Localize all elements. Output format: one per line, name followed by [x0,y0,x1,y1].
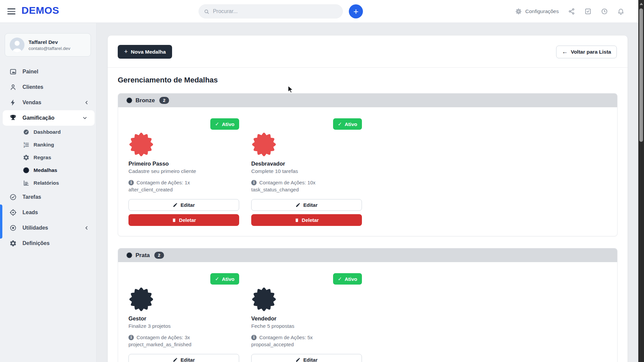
topbar-actions: Configurações [515,0,625,23]
target-icon [9,209,17,216]
sidebar-item-label: Utilidades [22,225,48,231]
svg-text:2: 2 [23,145,25,148]
quick-add-button[interactable]: + [349,4,363,18]
medal-section-title: Bronze [136,97,155,104]
check-circle-icon [9,193,17,201]
sidebar-subitem-relatorios[interactable]: Relatórios [0,177,96,189]
medal-description: Feche 5 propostas [251,323,362,329]
check-icon: ✓ [338,121,342,127]
app-logo[interactable]: DEMOS [21,5,59,16]
status-badge-row: ✓Ativo [251,273,362,285]
main-content: + Nova Medalha ← Voltar para Lista Geren… [97,23,638,362]
search-input[interactable] [213,8,338,14]
lightning-icon [9,99,17,106]
delete-button[interactable]: Deletar [128,214,239,226]
sidebar-item-label: Vendas [22,100,41,106]
edit-label: Editar [303,202,318,208]
sidebar-subitem-ranking[interactable]: 1 2 Ranking [0,138,96,151]
medal-section-count: 2 [154,252,164,259]
action-count-row: iContagem de Ações: 5x [251,335,362,340]
svg-text:1: 1 [23,142,25,145]
new-medal-button[interactable]: + Nova Medalha [118,45,172,59]
sidebar-item-label: Leads [22,209,38,216]
action-slug: task_status_changed [251,187,362,192]
edit-label: Editar [303,357,318,362]
sidebar-item-label: Definições [22,240,50,246]
status-badge: ✓Ativo [333,118,362,130]
edit-button[interactable]: Editar [128,199,239,211]
pencil-icon [173,202,178,207]
sidebar-item-label: Relatórios [34,180,59,186]
clock-icon[interactable] [601,8,608,15]
sidebar-item-label: Clientes [22,84,43,90]
user-profile-card[interactable]: Taffarel Dev contato@taffarel.dev [5,33,91,57]
sidebar-item-definicoes[interactable]: Definições [0,236,96,251]
app-window: DEMOS + Configurações [0,0,644,362]
medal-card: ✓AtivoVendedorFeche 5 propostasiContagem… [251,273,362,362]
medal-section-icon [126,252,132,258]
medal-section-header: Bronze2 [118,94,617,107]
sidebar-item-label: Medalhas [34,167,57,173]
settings-link[interactable]: Configurações [515,8,559,15]
new-medal-label: Nova Medalha [131,49,166,55]
image-icon [9,68,17,75]
medal-badge-icon [251,132,277,157]
sidebar-item-painel[interactable]: Painel [0,64,96,79]
chart-icon [23,180,30,186]
hamburger-menu-icon[interactable] [7,8,15,15]
edit-label: Editar [180,357,195,362]
sidebar-item-gamificacao[interactable]: Gamificação [3,110,95,126]
sidebar-subitem-dashboard[interactable]: Dashboard [0,126,96,138]
page-title: Gerenciamento de Medalhas [118,76,618,84]
medal-section-body: ✓AtivoGestorFinalize 3 projetosiContagem… [118,262,617,362]
medal-section: Bronze2✓AtivoPrimeiro PassoCadastre seu … [118,93,618,236]
medal-card: ✓AtivoDesbravadorComplete 10 tarefasiCon… [251,118,362,226]
sidebar-item-vendas[interactable]: Vendas [0,95,96,110]
search-bar[interactable] [199,4,343,18]
edit-button[interactable]: Editar [251,354,362,362]
sidebar-subitem-regras[interactable]: Regras [0,151,96,164]
delete-button[interactable]: Deletar [251,214,362,226]
status-label: Ativo [222,276,235,282]
share-icon[interactable] [568,8,575,15]
status-label: Ativo [345,276,358,282]
sidebar-item-label: Ranking [34,142,54,148]
edit-button[interactable]: Editar [251,199,362,211]
status-label: Ativo [222,121,235,127]
medal-card: ✓AtivoGestorFinalize 3 projetosiContagem… [128,273,239,362]
back-label: Voltar para Lista [571,49,611,55]
medal-section: Prata2✓AtivoGestorFinalize 3 projetosiCo… [118,248,618,362]
medal-card: ✓AtivoPrimeiro PassoCadastre seu primeir… [128,118,239,226]
medal-section-body: ✓AtivoPrimeiro PassoCadastre seu primeir… [118,107,617,236]
sidebar-subitem-medalhas[interactable]: Medalhas [0,164,96,177]
sidebar-item-clientes[interactable]: Clientes [0,79,96,95]
status-badge: ✓Ativo [210,273,239,285]
bell-icon[interactable] [617,8,625,15]
back-to-list-button[interactable]: ← Voltar para Lista [556,46,617,58]
scrollbar[interactable] [638,0,644,362]
tasks-check-icon[interactable] [584,8,592,15]
sidebar-item-tarefas[interactable]: Tarefas [0,189,96,205]
info-icon: i [251,180,257,185]
sidebar-item-leads[interactable]: Leads [0,205,96,220]
search-icon [204,8,210,15]
medal-section-count: 2 [159,97,169,104]
medal-name: Desbravador [251,161,362,167]
action-slug: project_marked_as_finished [128,342,239,347]
sidebar-item-label: Painel [22,69,38,75]
sidebar-item-utilidades[interactable]: Utilidades [0,220,96,236]
action-slug: proposal_accepted [251,342,362,347]
medal-icon [23,167,30,174]
sidebar-nav: Painel Clientes Vendas Gamificação [0,64,96,251]
status-badge: ✓Ativo [210,118,239,130]
medal-section-icon [126,97,132,104]
medal-name: Vendedor [251,315,362,322]
pencil-icon [173,357,178,362]
action-count: Contagem de Ações: 10x [259,180,316,185]
scroll-up-arrow[interactable] [640,3,643,5]
scrollbar-thumb[interactable] [639,8,643,142]
status-label: Ativo [345,121,358,127]
edit-button[interactable]: Editar [128,354,239,362]
user-name: Taffarel Dev [29,39,70,45]
content-card: + Nova Medalha ← Voltar para Lista Geren… [108,36,628,362]
